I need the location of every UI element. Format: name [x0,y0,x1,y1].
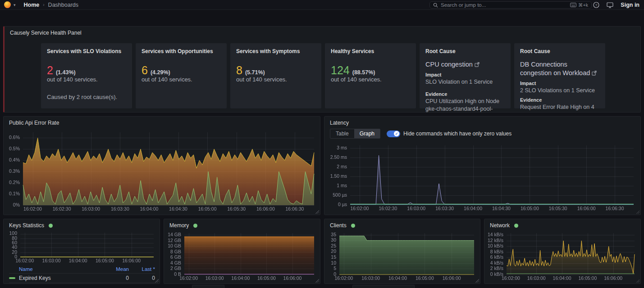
health-dot-icon [514,224,518,228]
keys-statistics-chart[interactable] [7,230,157,264]
panel-keys-statistics: Keys Statistics Name Mean Last * Expired… [3,219,160,284]
root-cause-card-db: Root Cause DB Connections congestion on … [514,43,605,108]
latency-chart[interactable] [328,142,637,213]
impact-label: Impact [425,72,505,77]
legend-row-expired-keys[interactable]: Expired Keys 0 0 [9,273,155,283]
chevron-down-icon[interactable]: ▾ [14,3,16,7]
grafana-logo-icon[interactable] [4,1,11,8]
hide-zero-label: Hide commands which have only zero value… [403,130,512,137]
health-dot-icon [193,224,197,228]
legend-header-last[interactable]: Last * [129,266,155,272]
search-input[interactable]: Search or jump to... ⌘+k [429,1,592,9]
stat-card-symptoms: Services with Symptoms 8 (5.71%) out of … [230,43,321,108]
stat-title: Services with SLO Violations [47,48,126,54]
next-row-panel-edge [192,285,224,288]
panel-causely-health: Causely Service Health Panel Services wi… [3,26,641,112]
stat-title: Healthy Services [331,48,410,54]
panel-resize-handle[interactable] [475,279,479,283]
legend-header-name[interactable]: Name [19,266,33,272]
hide-zero-toggle[interactable]: ✓ [387,130,400,137]
series-swatch [9,277,15,279]
stat-caption: out of 140 services. [142,76,192,83]
stat-value: 8 [236,64,242,76]
svg-text:?: ? [595,3,598,7]
panel-public-api-error-rate: Public Api Error Rate [3,116,320,215]
stat-value: 2 [47,64,53,76]
stat-value: 124 [331,64,350,76]
memory-chart[interactable] [167,230,318,283]
help-icon[interactable]: ? [593,2,599,8]
panel-title[interactable]: Memory [169,222,189,229]
stat-card-slo-violations: Services with SLO Violations 2 (1.43%) o… [41,43,132,108]
panel-resize-handle[interactable] [315,279,319,283]
health-dot-icon [49,224,53,228]
panel-resize-handle[interactable] [636,279,639,283]
network-chart[interactable] [488,230,638,283]
series-name[interactable]: Expired Keys [19,275,51,281]
health-cards: Services with SLO Violations 2 (1.43%) o… [41,43,605,108]
panel-title[interactable]: Network [490,222,510,229]
evidence-label: Evidence [425,91,505,97]
panel-title[interactable]: Clients [330,222,347,229]
root-cause-name[interactable]: DB Connections congestion on Workload [520,61,590,76]
panel-resize-handle[interactable] [155,279,159,283]
top-nav: ▾ Home › Dashboards Search or jump to...… [0,0,644,10]
series-mean: 0 [102,275,129,281]
breadcrumb-home[interactable]: Home [24,2,40,8]
impact-value: 2 SLO Violations on 1 Service [520,87,599,94]
stat-title: Services with Symptoms [236,48,315,54]
evidence-value: Request Error Rate High on 4 services [520,104,599,112]
root-cause-header: Root Cause [520,48,599,54]
error-rate-chart[interactable] [7,129,318,213]
panel-title[interactable]: Latency [324,117,640,126]
stat-caption: out of 140 services. [331,76,382,83]
search-shortcut: ⌘+k [570,2,588,8]
impact-value: SLO Violation on 1 Service [425,78,505,86]
stat-caption: out of 140 services. [236,76,287,83]
root-cause-header: Root Cause [425,48,505,54]
root-cause-name[interactable]: CPU congestion [425,61,473,68]
impact-label: Impact [520,81,599,86]
grafana-dashboard: ▾ Home › Dashboards Search or jump to...… [0,0,644,288]
view-toggle-group: Table Graph [330,129,380,139]
toggle-table-button[interactable]: Table [330,129,354,138]
stat-caption: out of 140 services. [47,76,98,83]
stat-title: Services with Opportunities [142,48,221,54]
toggle-graph-button[interactable]: Graph [354,129,380,138]
legend-header-mean[interactable]: Mean [102,266,129,272]
panel-network: Network [484,219,641,284]
panel-clients: Clients [324,219,480,284]
panel-title[interactable]: Public Api Error Rate [4,117,320,126]
toggle-knob-check-icon: ✓ [394,131,399,136]
panel-resize-handle[interactable] [315,210,319,214]
panel-title[interactable]: Keys Statistics [9,222,44,229]
evidence-label: Evidence [520,97,599,103]
breadcrumb-dashboards[interactable]: Dashboards [48,2,78,8]
stat-percent: (88.57%) [352,69,375,76]
stat-percent: (4.29%) [151,69,170,76]
legend-row-evicted-keys[interactable]: Evicted Keys 0 0 [9,283,155,284]
sign-in-button[interactable]: Sign in [621,2,639,8]
clients-chart[interactable] [328,230,478,283]
external-link-icon[interactable] [592,69,597,78]
panel-resize-handle[interactable] [636,210,639,214]
stat-percent: (1.43%) [56,69,76,76]
keyboard-icon [570,3,576,7]
evidence-value: CPU Utilization High on Node gke-chaos-s… [425,98,505,112]
breadcrumb-separator-icon: › [43,2,44,7]
monitor-icon[interactable] [607,2,613,8]
search-placeholder: Search or jump to... [441,2,570,8]
external-link-icon[interactable] [475,61,480,69]
root-cause-link[interactable]: CPU congestion [425,60,505,69]
panel-title[interactable]: Causely Service Health Panel [5,27,640,36]
stat-card-opportunities: Services with Opportunities 6 (4.29%) ou… [136,43,227,108]
health-dot-icon [351,224,355,228]
panel-memory: Memory [164,219,320,284]
root-cause-link[interactable]: DB Connections congestion on Workload [520,60,599,77]
series-last: 0 [129,275,155,281]
breadcrumb: Home › Dashboards [24,2,78,8]
stat-value: 6 [142,64,148,76]
stat-percent: (5.71%) [245,69,265,76]
next-row-panel-edge [352,285,415,288]
stat-note: Caused by 2 root cause(s). [47,94,126,100]
